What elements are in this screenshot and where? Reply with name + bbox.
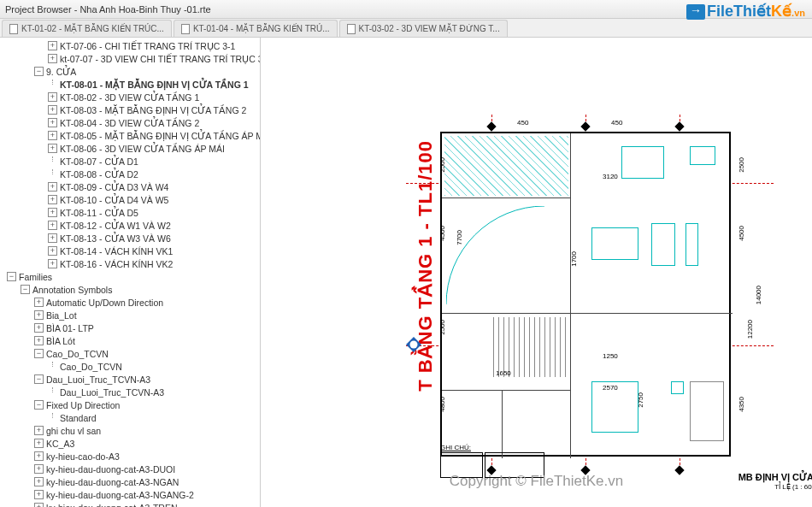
expand-icon[interactable]: + — [34, 323, 44, 333]
tree-item[interactable]: +KT-07-06 - CHI TIẾT TRANG TRÍ TRỤC 3-1 — [0, 39, 260, 52]
expand-icon[interactable]: + — [34, 426, 44, 435]
tree-item[interactable]: +KT-08-05 - MẶT BẰNG ĐỊNH VỊ CỬA TẦNG ÁP… — [0, 129, 260, 142]
view-scale: TỈ LỆ (1 : 60) — [738, 483, 812, 491]
drawing-viewport[interactable]: T BẰNG TẦNG 1 - TL1/100 — [261, 38, 812, 507]
tree-item[interactable]: +KC_A3 — [0, 437, 260, 450]
expand-icon[interactable]: + — [34, 451, 44, 461]
tree-item-label: ky-hieu-dau-duong-cat-A3-NGANG-2 — [46, 490, 194, 500]
expand-icon[interactable]: + — [34, 336, 44, 345]
tree-item-label: ky-hieu-cao-do-A3 — [46, 451, 120, 462]
tree-item[interactable]: KT-08-08 - CỬA D2 — [0, 168, 260, 180]
tab-kt-01-02[interactable]: KT-01-02 - MẶT BẰNG KIẾN TRÚC... — [2, 20, 172, 37]
expand-icon[interactable]: + — [48, 195, 57, 204]
tree-item[interactable]: +BÌA Lót — [0, 334, 260, 347]
tree-item[interactable]: Cao_Do_TCVN — [0, 360, 260, 373]
document-icon — [9, 24, 18, 34]
tree-item[interactable]: −Dau_Luoi_Truc_TCVN-A3 — [0, 373, 260, 386]
expand-icon[interactable]: + — [48, 92, 57, 102]
logo-text: Thiết — [733, 3, 771, 20]
tree-item[interactable]: +ky-hieu-cao-do-A3 — [0, 450, 260, 463]
tree-item[interactable]: +KT-08-06 - 3D VIEW CỬA TẦNG ÁP MÁI — [0, 142, 260, 155]
project-browser-tree[interactable]: +KT-07-06 - CHI TIẾT TRANG TRÍ TRỤC 3-1+… — [0, 38, 261, 507]
tree-item-label: kt-07-07 - 3D VIEW CHI TIẾT TRANG TRÍ TR… — [60, 54, 261, 64]
tree-item[interactable]: +KT-08-09 - CỬA D3 VÀ W4 — [0, 180, 260, 193]
tree-item-label: BÌA 01- LTP — [46, 323, 94, 333]
wall — [442, 390, 570, 391]
dimension: 3120 — [603, 173, 618, 180]
grid-marker — [674, 465, 684, 475]
expand-icon[interactable]: + — [48, 144, 57, 153]
tree-item[interactable]: −Families — [0, 270, 260, 283]
tree-item[interactable]: +KT-08-14 - VÁCH KÍNH VK1 — [0, 245, 260, 257]
expand-icon[interactable]: + — [34, 310, 44, 320]
tree-item[interactable]: +KT-08-13 - CỬA W3 VÀ W6 — [0, 232, 260, 245]
collapse-icon[interactable]: − — [34, 374, 44, 384]
grid-marker — [486, 121, 496, 131]
tree-item-label: Automatic Up/Down Direction — [46, 298, 163, 308]
collapse-icon[interactable]: − — [34, 67, 44, 76]
tree-item-label: Fixed Up Direction — [46, 400, 120, 410]
elevation-marker[interactable] — [406, 337, 421, 352]
tree-item[interactable]: KT-08-01 - MẶT BẰNG ĐỊNH VỊ CỬA TẦNG 1 — [0, 78, 260, 91]
tree-item[interactable]: −Fixed Up Direction — [0, 398, 260, 411]
notes-label: GHI CHÚ: — [440, 444, 544, 451]
tree-item[interactable]: +KT-08-12 - CỬA W1 VÀ W2 — [0, 219, 260, 232]
tree-item[interactable]: Dau_Luoi_Truc_TCVN-A3 — [0, 386, 260, 398]
expand-icon[interactable]: + — [34, 503, 44, 507]
tab-kt-03-02[interactable]: KT-03-02 - 3D VIEW MẶT ĐỨNG T... — [339, 20, 508, 37]
expand-icon[interactable]: + — [48, 259, 57, 268]
tree-item[interactable]: +KT-08-02 - 3D VIEW CỬA TẦNG 1 — [0, 91, 260, 103]
tree-item[interactable]: +ghi chu vl san — [0, 424, 260, 437]
tree-leaf-indicator — [48, 413, 57, 422]
tree-item[interactable]: +ky-hieu-dau-duong-cat-A3-TREN — [0, 501, 260, 507]
tree-item[interactable]: +BÌA 01- LTP — [0, 321, 260, 334]
tree-item[interactable]: +Automatic Up/Down Direction — [0, 296, 260, 309]
expand-icon[interactable]: + — [34, 439, 44, 448]
tree-item[interactable]: KT-08-07 - CỬA D1 — [0, 155, 260, 168]
tree-item[interactable]: +KT-08-11 - CỬA D5 — [0, 206, 260, 219]
expand-icon[interactable]: + — [34, 477, 44, 486]
tree-item[interactable]: +ky-hieu-dau-duong-cat-A3-NGAN — [0, 475, 260, 488]
tree-item[interactable]: Standard — [0, 411, 260, 424]
tree-item-label: KT-08-04 - 3D VIEW CỬA TẦNG 2 — [60, 118, 199, 128]
expand-icon[interactable]: + — [48, 54, 57, 63]
tree-item[interactable]: +KT-08-04 - 3D VIEW CỬA TẦNG 2 — [0, 116, 260, 129]
tree-item[interactable]: +KT-08-03 - MẶT BẰNG ĐỊNH VỊ CỬA TẦNG 2 — [0, 103, 260, 116]
collapse-icon[interactable]: − — [34, 349, 44, 358]
tree-item[interactable]: +ky-hieu-dau-duong-cat-A3-NGANG-2 — [0, 488, 260, 501]
tree-item[interactable]: −9. CỬA — [0, 65, 260, 78]
tree-item[interactable]: +KT-08-16 - VÁCH KÍNH VK2 — [0, 257, 260, 270]
tree-item[interactable]: −Cao_Do_TCVN — [0, 347, 260, 360]
expand-icon[interactable]: + — [48, 208, 57, 217]
bed — [621, 146, 664, 179]
logo-text: Kế — [771, 3, 791, 20]
expand-icon[interactable]: + — [48, 182, 57, 192]
tab-kt-01-04[interactable]: KT-01-04 - MẶT BẰNG KIẾN TRÚ... — [174, 20, 338, 37]
expand-icon[interactable]: + — [48, 233, 57, 243]
collapse-icon[interactable]: − — [21, 285, 30, 294]
tree-item[interactable]: +kt-07-07 - 3D VIEW CHI TIẾT TRANG TRÍ T… — [0, 52, 260, 65]
building-outline — [440, 132, 731, 457]
wc — [690, 146, 715, 165]
tree-item[interactable]: −Annotation Symbols — [0, 283, 260, 296]
tree-item-label: BÌA Lót — [46, 336, 75, 346]
expand-icon[interactable]: + — [48, 105, 57, 115]
expand-icon[interactable]: + — [48, 118, 57, 127]
tree-item[interactable]: +Bia_Lot — [0, 309, 260, 321]
dimension: 7700 — [456, 230, 463, 245]
collapse-icon[interactable]: − — [34, 400, 44, 410]
expand-icon[interactable]: + — [34, 490, 44, 499]
tabbar: KT-01-02 - MẶT BẰNG KIẾN TRÚC... KT-01-0… — [0, 19, 812, 38]
expand-icon[interactable]: + — [34, 464, 44, 474]
tree-leaf-indicator — [48, 156, 57, 166]
collapse-icon[interactable]: − — [7, 272, 16, 281]
expand-icon[interactable]: + — [34, 298, 44, 307]
tree-item[interactable]: +ky-hieu-dau-duong-cat-A3-DUOI — [0, 463, 260, 475]
expand-icon[interactable]: + — [48, 246, 57, 256]
expand-icon[interactable]: + — [48, 221, 57, 230]
stair — [493, 317, 566, 377]
expand-icon[interactable]: + — [48, 131, 57, 140]
expand-icon[interactable]: + — [48, 41, 57, 50]
tree-item[interactable]: +KT-08-10 - CỬA D4 VÀ W5 — [0, 193, 260, 206]
tree-item-label: ky-hieu-dau-duong-cat-A3-DUOI — [46, 464, 175, 475]
